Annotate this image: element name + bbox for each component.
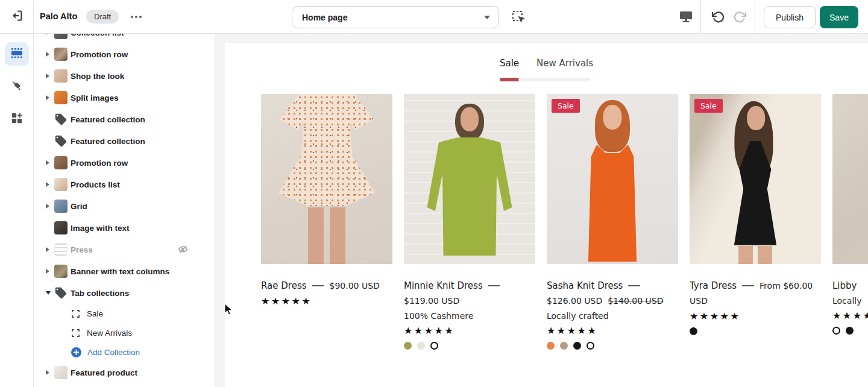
undo-icon[interactable]	[711, 10, 725, 27]
sidebar-section-row[interactable]: Shop the look	[34, 65, 215, 87]
sidebar-section-row[interactable]: Collection list	[34, 34, 215, 43]
rail-item-theme-settings[interactable]	[5, 75, 29, 99]
top-bar: Palo Alto Draft Home page Publish Sav	[0, 0, 868, 34]
product-title[interactable]: Sasha Knit Dress	[547, 280, 623, 291]
swatch-list	[547, 342, 678, 350]
product-image[interactable]: Sale	[547, 94, 678, 264]
product-card[interactable]: Sale Sasha Knit Dress$126.00 USD$140.00 …	[547, 94, 678, 350]
sidebar-section-row[interactable]: Tab collections	[34, 282, 215, 304]
section-thumbnail	[54, 91, 68, 104]
expand-caret-icon[interactable]	[46, 269, 54, 274]
section-thumbnail	[54, 221, 68, 234]
publish-button[interactable]: Publish	[764, 6, 816, 28]
product-title[interactable]: Minnie Knit Dress	[404, 280, 483, 291]
color-swatch[interactable]	[690, 327, 697, 335]
swatch-list	[404, 342, 535, 350]
product-image[interactable]	[832, 94, 868, 264]
color-swatch[interactable]	[404, 342, 412, 350]
editor-left-rail	[0, 34, 34, 387]
rating-stars: ★★★★★	[832, 308, 868, 323]
rail-item-sections[interactable]	[5, 42, 29, 66]
product-image[interactable]	[261, 94, 392, 264]
expand-caret-icon[interactable]	[46, 95, 54, 100]
section-thumbnail	[54, 69, 68, 83]
add-collection-button[interactable]: Add Collection	[34, 342, 215, 362]
title-price-divider	[628, 285, 640, 286]
color-swatch[interactable]	[430, 342, 438, 350]
desktop-preview-button[interactable]	[679, 10, 693, 26]
product-image[interactable]: Sale	[690, 94, 821, 264]
sidebar-section-row[interactable]: Grid	[34, 195, 215, 217]
sidebar-block-row[interactable]: New Arrivals	[34, 323, 215, 342]
compare-at-price: $140.00 USD	[608, 296, 663, 306]
product-title[interactable]: Rae Dress	[261, 280, 307, 291]
sidebar-section-row[interactable]: Featured collection	[34, 130, 215, 152]
color-swatch[interactable]	[832, 327, 840, 335]
product-title[interactable]: Libby	[832, 280, 857, 291]
color-swatch[interactable]	[573, 342, 581, 350]
product-subtitle: Locally	[832, 294, 868, 308]
color-swatch[interactable]	[587, 342, 594, 350]
sections-sidebar: Collection list Promotion row Shop the l…	[34, 34, 215, 387]
title-price-divider	[488, 285, 500, 286]
hidden-eye-icon[interactable]	[178, 245, 188, 256]
page-selector-dropdown[interactable]: Home page	[292, 6, 499, 28]
tab-new-arrivals[interactable]: New Arrivals	[536, 58, 593, 69]
product-card[interactable]: Libby Locally ★★★★★	[832, 94, 868, 350]
color-swatch[interactable]	[560, 342, 568, 350]
product-card[interactable]: Sale Tyra DressFrom $60.00 USD ★★★★★	[690, 94, 821, 350]
color-swatch[interactable]	[547, 342, 555, 350]
expand-caret-icon[interactable]	[46, 247, 54, 252]
product-card[interactable]: Rae Dress$90.00 USD ★★★★★	[261, 94, 392, 350]
section-thumbnail	[54, 200, 68, 213]
section-thumbnail	[54, 265, 68, 278]
expand-caret-icon[interactable]	[46, 74, 54, 78]
more-options-button[interactable]	[130, 13, 143, 24]
section-label: Split images	[71, 93, 119, 102]
sidebar-block-row[interactable]: Sale	[34, 304, 215, 323]
rating-stars: ★★★★★	[690, 309, 821, 324]
rating-stars: ★★★★★	[261, 294, 392, 309]
chevron-down-icon	[484, 16, 490, 19]
inspect-element-button[interactable]	[512, 10, 526, 27]
sidebar-section-row[interactable]: Press	[34, 239, 215, 260]
expand-caret-icon[interactable]	[46, 34, 54, 35]
sidebar-section-row[interactable]: Featured collection	[34, 109, 215, 130]
section-label: Shop the look	[71, 72, 124, 81]
section-label: Featured product	[71, 368, 137, 377]
section-label: Press	[71, 245, 93, 254]
rail-item-apps[interactable]	[5, 107, 29, 131]
product-card[interactable]: Minnie Knit Dress$119.00 USD 100% Cashme…	[404, 94, 535, 350]
section-thumbnail	[54, 34, 68, 39]
expand-caret-icon[interactable]	[46, 370, 54, 375]
section-label: Tab collections	[71, 289, 129, 298]
save-button[interactable]: Save	[820, 6, 858, 28]
expand-caret-icon[interactable]	[46, 160, 54, 165]
sidebar-section-row[interactable]: Promotion row	[34, 152, 215, 174]
sidebar-section-row[interactable]: Products list	[34, 174, 215, 195]
product-row: Rae Dress$90.00 USD ★★★★★ Minnie Knit Dr…	[261, 94, 868, 350]
sidebar-section-row[interactable]: Banner with text columns	[34, 260, 215, 282]
expand-caret-icon[interactable]	[46, 182, 54, 187]
block-label: New Arrivals	[87, 329, 132, 338]
expand-caret-icon[interactable]	[46, 204, 54, 209]
expand-caret-icon[interactable]	[46, 52, 54, 57]
color-swatch[interactable]	[417, 342, 425, 350]
expand-caret-icon[interactable]	[46, 291, 54, 295]
exit-icon	[10, 8, 24, 25]
tab-sale[interactable]: Sale	[500, 58, 519, 69]
status-badge: Draft	[86, 10, 119, 24]
product-image[interactable]	[404, 94, 535, 264]
sidebar-section-row[interactable]: Promotion row	[34, 43, 215, 65]
exit-editor-button[interactable]	[0, 0, 34, 34]
sidebar-section-row[interactable]: Image with text	[34, 217, 215, 239]
color-swatch[interactable]	[846, 327, 854, 335]
sidebar-section-row[interactable]: Split images	[34, 87, 215, 109]
redo-icon[interactable]	[733, 10, 747, 27]
tag-icon	[54, 286, 68, 300]
product-title[interactable]: Tyra Dress	[690, 280, 737, 291]
toolbar-divider	[700, 0, 701, 34]
product-price: $90.00 USD	[330, 281, 380, 291]
block-icon	[71, 309, 80, 318]
sidebar-section-row[interactable]: Featured product	[34, 362, 215, 383]
